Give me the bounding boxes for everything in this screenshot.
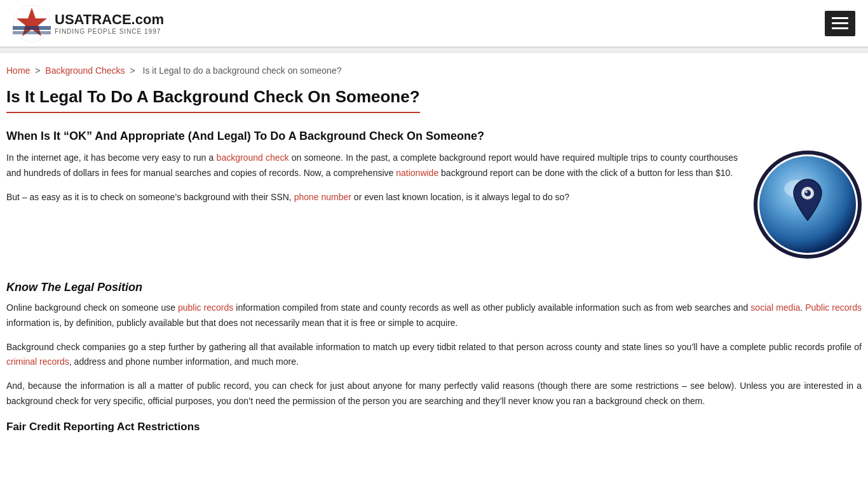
menu-line-3 <box>832 27 848 29</box>
hamburger-menu-button[interactable] <box>825 11 855 36</box>
section2-paragraph3: And, because the information is all a ma… <box>6 379 862 409</box>
s2p2-text1: Background check companies go a step fur… <box>6 342 862 352</box>
criminal-records-link[interactable]: criminal records <box>6 356 69 367</box>
phone-number-link[interactable]: phone number <box>294 192 351 202</box>
breadcrumb-current: Is it Legal to do a background check on … <box>143 65 342 76</box>
logo-star-icon <box>13 4 51 43</box>
breadcrumb-separator-2: > <box>130 65 138 76</box>
header-separator <box>0 48 868 53</box>
section2-paragraph1: Online background check on someone use p… <box>6 301 862 331</box>
nationwide-link[interactable]: nationwide <box>396 168 438 178</box>
breadcrumb-background-checks-link[interactable]: Background Checks <box>45 65 125 76</box>
paragraph2: But – as easy as it is to check on someo… <box>6 190 862 205</box>
content-area: When Is It “OK” And Appropriate (And Leg… <box>6 130 862 433</box>
social-media-link[interactable]: social media <box>750 302 800 313</box>
svg-rect-3 <box>13 31 51 34</box>
site-header: USATRACE.com FINDING PEOPLE SINCE 1997 <box>0 0 868 48</box>
s2p1-text3: . <box>800 302 805 313</box>
logo-text: USATRACE.com FINDING PEOPLE SINCE 1997 <box>55 11 164 35</box>
main-content: Home > Background Checks > Is it Legal t… <box>0 53 868 451</box>
section2-title: Know The Legal Position <box>6 281 862 294</box>
public-records-link1[interactable]: public records <box>178 302 233 313</box>
background-check-link[interactable]: background check <box>217 152 289 163</box>
menu-line-1 <box>832 17 848 19</box>
location-pin-svg <box>754 151 862 259</box>
public-records-link2[interactable]: Public records <box>805 302 862 313</box>
location-pin-image <box>754 151 862 259</box>
breadcrumb-separator-1: > <box>35 65 43 76</box>
para2-text1: But – as easy as it is to check on someo… <box>6 192 294 202</box>
svg-point-9 <box>805 191 808 193</box>
page-title: Is It Legal To Do A Background Check On … <box>6 87 420 113</box>
para1-text1: In the internet age, it has become very … <box>6 152 217 163</box>
s2p1-text4: information is, by definition, publicly … <box>6 318 458 328</box>
breadcrumb: Home > Background Checks > Is it Legal t… <box>6 65 862 76</box>
s2p1-text1: Online background check on someone use <box>6 302 178 313</box>
svg-rect-2 <box>13 26 51 30</box>
menu-line-2 <box>832 22 848 24</box>
section3-title: Fair Credit Reporting Act Restrictions <box>6 421 862 433</box>
svg-point-8 <box>804 190 811 196</box>
breadcrumb-home-link[interactable]: Home <box>6 65 30 76</box>
paragraph1: In the internet age, it has become very … <box>6 151 862 181</box>
section1-heading: When Is It “OK” And Appropriate (And Leg… <box>6 130 862 143</box>
para2-text2: or even last known location, is it alway… <box>351 192 569 202</box>
para1-text3: background report can be done with the c… <box>438 168 733 178</box>
logo-tagline: FINDING PEOPLE SINCE 1997 <box>55 28 164 35</box>
section2-paragraph2: Background check companies go a step fur… <box>6 340 862 370</box>
logo[interactable]: USATRACE.com FINDING PEOPLE SINCE 1997 <box>13 4 164 43</box>
logo-site-name: USATRACE.com <box>55 11 164 28</box>
s2p1-text2: information compiled from state and coun… <box>233 302 750 313</box>
s2p2-text2: , address and phone number information, … <box>69 356 299 367</box>
paragraph1-container: In the internet age, it has become very … <box>6 151 862 268</box>
